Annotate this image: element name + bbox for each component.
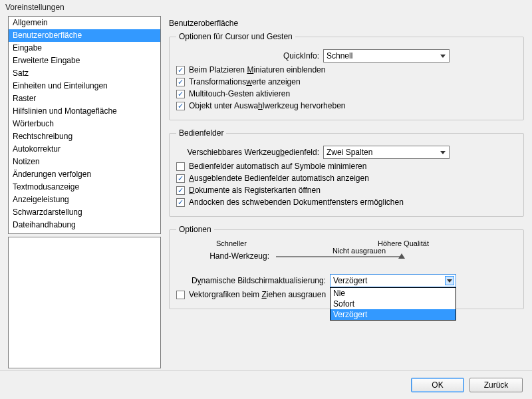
sidebar-item[interactable]: Rechtschreibung: [9, 130, 160, 143]
chk-miniaturen-label: Beim Platzieren Miniaturen einblenden: [189, 65, 325, 74]
checkbox-icon: [176, 90, 185, 98]
dyn-refresh-options[interactable]: NieSofortVerzögert: [330, 287, 456, 321]
sidebar-item[interactable]: Allgemein: [9, 17, 160, 29]
sidebar-item[interactable]: Schwarzdarstellung: [9, 206, 160, 219]
slider-left-label: Schneller: [216, 239, 247, 247]
sidebar-item[interactable]: Einheiten und Einteilungen: [9, 80, 160, 92]
checkbox-icon: [176, 66, 185, 74]
sidebar-item[interactable]: Eingabe: [9, 42, 160, 55]
sidebar-item[interactable]: Erweiterte Eingabe: [9, 55, 160, 67]
chk-tabs[interactable]: Dokumente als Registerkarten öffnen: [176, 186, 517, 195]
chk-hover[interactable]: Objekt unter Auswahlwerkzeug hervorheben: [176, 101, 517, 110]
sidebar-item[interactable]: Anzeigeleistung: [9, 194, 160, 206]
toolpanel-value: Zwei Spalten: [327, 148, 372, 157]
chk-dock-label: Andocken des schwebenden Dokumentfenster…: [189, 198, 404, 207]
chk-miniaturen[interactable]: Beim Platzieren Miniaturen einblenden: [176, 65, 517, 74]
dyn-refresh-dropdown[interactable]: Verzögert NieSofortVerzögert: [330, 274, 456, 287]
sidebar-item[interactable]: Notizen: [9, 156, 160, 168]
group-options-legend: Optionen: [176, 225, 214, 234]
sidebar-item[interactable]: Benutzeroberfläche: [9, 29, 160, 42]
chk-autoicon[interactable]: Bedienfelder automatisch auf Symbole min…: [176, 162, 517, 171]
chevron-down-icon: [438, 51, 448, 61]
dyn-refresh-label: Dynamische Bildschirmaktualisierung:: [176, 276, 326, 285]
chk-vector-label: Vektorgrafiken beim Ziehen ausgrauen: [189, 290, 326, 299]
chk-tabs-label: Dokumente als Registerkarten öffnen: [189, 186, 321, 195]
hand-tool-label: Hand-Werkzeug:: [203, 251, 269, 261]
chk-autohide-label: Ausgeblendete Bedienfelder automatisch a…: [189, 174, 369, 183]
dropdown-option[interactable]: Sofort: [331, 299, 456, 309]
category-list[interactable]: AllgemeinBenutzeroberflächeEingabeErweit…: [8, 16, 161, 234]
dropdown-option[interactable]: Nie: [331, 288, 456, 299]
sidebar-item[interactable]: Satz: [9, 67, 160, 80]
toolpanel-dropdown[interactable]: Zwei Spalten: [323, 146, 450, 159]
sidebar-item[interactable]: Wörterbuch: [9, 118, 160, 130]
checkbox-icon: [176, 174, 185, 183]
chk-multitouch-label: Multitouch-Gesten aktivieren: [189, 89, 290, 98]
chk-autohide[interactable]: Ausgeblendete Bedienfelder automatisch a…: [176, 174, 517, 183]
toolpanel-label: Verschiebbares Werkzeugbedienfeld:: [176, 148, 319, 157]
checkbox-icon: [176, 186, 185, 195]
sidebar-item[interactable]: Autokorrektur: [9, 143, 160, 156]
checkbox-icon: [176, 78, 185, 86]
sidebar-item[interactable]: Zwischenablageoptionen: [9, 231, 160, 234]
group-cursor-gestures: Optionen für Cursor und Gesten QuickInfo…: [169, 32, 524, 120]
dropdown-option[interactable]: Verzögert: [331, 309, 456, 320]
chevron-down-icon: [438, 148, 448, 157]
chk-transform-label: Transformationswerte anzeigen: [189, 77, 301, 86]
preferences-window: Voreinstellungen AllgemeinBenutzeroberfl…: [0, 0, 532, 399]
group-panels: Bedienfelder Verschiebbares Werkzeugbedi…: [169, 128, 524, 217]
hand-tool-slider-area: Schneller Höhere Qualität Hand-Werkzeug:…: [203, 239, 442, 261]
main-panel: Benutzeroberfläche Optionen für Cursor u…: [169, 16, 524, 368]
dyn-refresh-value: Verzögert: [333, 276, 367, 285]
chk-dock[interactable]: Andocken des schwebenden Dokumentfenster…: [176, 198, 517, 207]
back-button[interactable]: Zurück: [469, 378, 523, 392]
hand-tool-slider[interactable]: [276, 256, 402, 257]
chk-multitouch[interactable]: Multitouch-Gesten aktivieren: [176, 89, 517, 98]
slider-thumb-icon: [398, 253, 405, 259]
window-title-text: Voreinstellungen: [5, 3, 65, 12]
quickinfo-label: QuickInfo:: [176, 51, 319, 61]
window-title: Voreinstellungen: [0, 0, 532, 16]
chk-hover-label: Objekt unter Auswahlwerkzeug hervorheben: [189, 101, 346, 110]
sidebar-item[interactable]: Änderungen verfolgen: [9, 168, 160, 181]
sidebar-item[interactable]: Textmodusanzeige: [9, 181, 160, 194]
ok-button[interactable]: OK: [411, 378, 464, 392]
group-options: Optionen Schneller Höhere Qualität Hand-…: [169, 225, 524, 309]
group-cursor-legend: Optionen für Cursor und Gesten: [176, 32, 295, 41]
sidebar-item[interactable]: Hilfslinien und Montagefläche: [9, 105, 160, 118]
chk-transform[interactable]: Transformationswerte anzeigen: [176, 77, 517, 86]
chk-autoicon-label: Bedienfelder automatisch auf Symbole min…: [189, 162, 366, 171]
quickinfo-value: Schnell: [327, 51, 352, 61]
sidebar-preview: [8, 237, 161, 368]
checkbox-icon: [176, 102, 185, 110]
checkbox-icon: [176, 198, 185, 207]
checkbox-icon: [176, 162, 185, 171]
quickinfo-dropdown[interactable]: Schnell: [323, 49, 450, 63]
group-panels-legend: Bedienfelder: [176, 128, 226, 138]
divider: [0, 370, 532, 371]
sidebar-item[interactable]: Dateihandhabung: [9, 219, 160, 231]
page-title: Benutzeroberfläche: [169, 19, 524, 28]
category-sidebar: AllgemeinBenutzeroberflächeEingabeErweit…: [8, 16, 161, 368]
slider-sublabel: Nicht ausgrauen: [276, 247, 442, 255]
chevron-down-icon: [445, 276, 454, 285]
checkbox-icon: [176, 291, 185, 299]
sidebar-item[interactable]: Raster: [9, 92, 160, 105]
